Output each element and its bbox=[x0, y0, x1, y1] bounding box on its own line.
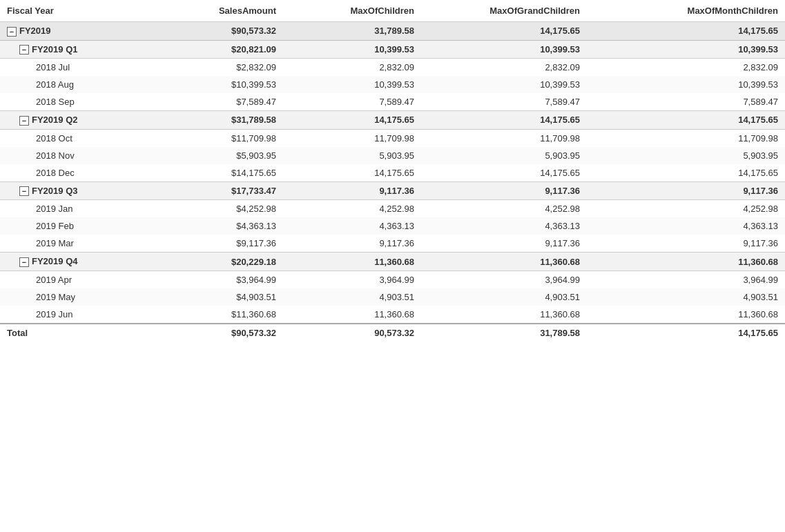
max-children: 5,903.95 bbox=[283, 147, 421, 164]
max-children: 10,399.53 bbox=[283, 76, 421, 93]
quarter-label-text: FY2019 Q4 bbox=[32, 256, 78, 266]
max-children: 31,789.58 bbox=[283, 22, 421, 41]
quarter-label: −FY2019 Q3 bbox=[0, 181, 145, 200]
month-label: 2018 Aug bbox=[0, 76, 145, 93]
month-label: 2019 Jun bbox=[0, 306, 145, 324]
sales-amount: $10,399.53 bbox=[145, 76, 283, 93]
max-children: 14,175.65 bbox=[283, 164, 421, 182]
month-label: 2018 Nov bbox=[0, 147, 145, 164]
expand-icon[interactable]: − bbox=[19, 116, 29, 126]
max-children: 3,964.99 bbox=[283, 270, 421, 288]
max-month-children: 5,903.95 bbox=[587, 147, 785, 164]
sales-amount: $20,821.09 bbox=[145, 40, 283, 59]
table-row: −FY2019 Q3 $17,733.47 9,117.36 9,117.36 … bbox=[0, 181, 785, 200]
max-grand-children: 9,117.36 bbox=[421, 181, 587, 200]
max-grand-children: 4,903.51 bbox=[421, 288, 587, 306]
table-row: 2018 Jul $2,832.09 2,832.09 2,832.09 2,8… bbox=[0, 59, 785, 77]
fy-label: FY2019 bbox=[19, 26, 51, 36]
total-label: Total bbox=[0, 324, 145, 342]
header-row: Fiscal Year SalesAmount MaxOfChildren Ma… bbox=[0, 0, 785, 22]
max-month-children: 9,117.36 bbox=[587, 181, 785, 200]
max-grand-children: 7,589.47 bbox=[421, 93, 587, 111]
max-month-children: 9,117.36 bbox=[587, 235, 785, 253]
header-sales-amount: SalesAmount bbox=[145, 0, 283, 22]
table-row: 2019 May $4,903.51 4,903.51 4,903.51 4,9… bbox=[0, 288, 785, 306]
main-table-container: Fiscal Year SalesAmount MaxOfChildren Ma… bbox=[0, 0, 785, 342]
max-grand-children: 4,363.13 bbox=[421, 217, 587, 235]
table-row: 2018 Sep $7,589.47 7,589.47 7,589.47 7,5… bbox=[0, 93, 785, 111]
month-label: 2018 Oct bbox=[0, 129, 145, 147]
max-month-children: 14,175.65 bbox=[587, 22, 785, 41]
max-month-children: 14,175.65 bbox=[587, 324, 785, 342]
table-row: −FY2019 $90,573.32 31,789.58 14,175.65 1… bbox=[0, 22, 785, 41]
expand-icon[interactable]: − bbox=[7, 27, 17, 37]
sales-amount: $5,903.95 bbox=[145, 147, 283, 164]
max-children: 4,252.98 bbox=[283, 200, 421, 218]
max-month-children: 2,832.09 bbox=[587, 59, 785, 77]
max-month-children: 11,360.68 bbox=[587, 253, 785, 271]
month-label: 2019 Feb bbox=[0, 217, 145, 235]
max-children: 9,117.36 bbox=[283, 235, 421, 253]
expand-icon[interactable]: − bbox=[19, 186, 29, 196]
month-label: 2019 May bbox=[0, 288, 145, 306]
max-month-children: 10,399.53 bbox=[587, 76, 785, 93]
max-month-children: 7,589.47 bbox=[587, 93, 785, 111]
max-children: 10,399.53 bbox=[283, 40, 421, 59]
sales-amount: $9,117.36 bbox=[145, 235, 283, 253]
sales-amount: $11,709.98 bbox=[145, 129, 283, 147]
quarter-label-text: FY2019 Q1 bbox=[32, 44, 78, 55]
max-children: 7,589.47 bbox=[283, 93, 421, 111]
max-grand-children: 31,789.58 bbox=[421, 324, 587, 342]
sales-amount: $4,903.51 bbox=[145, 288, 283, 306]
month-label: 2019 Apr bbox=[0, 270, 145, 288]
month-label: 2018 Sep bbox=[0, 93, 145, 111]
max-children: 90,573.32 bbox=[283, 324, 421, 342]
table-row: 2018 Nov $5,903.95 5,903.95 5,903.95 5,9… bbox=[0, 147, 785, 164]
max-grand-children: 9,117.36 bbox=[421, 235, 587, 253]
table-row: −FY2019 Q4 $20,229.18 11,360.68 11,360.6… bbox=[0, 253, 785, 271]
sales-amount: $4,363.13 bbox=[145, 217, 283, 235]
table-row: 2019 Apr $3,964.99 3,964.99 3,964.99 3,9… bbox=[0, 270, 785, 288]
max-month-children: 11,709.98 bbox=[587, 129, 785, 147]
max-children: 14,175.65 bbox=[283, 111, 421, 130]
quarter-label: −FY2019 Q4 bbox=[0, 253, 145, 271]
table-row: 2018 Aug $10,399.53 10,399.53 10,399.53 … bbox=[0, 76, 785, 93]
max-grand-children: 14,175.65 bbox=[421, 22, 587, 41]
sales-amount: $7,589.47 bbox=[145, 93, 283, 111]
expand-icon[interactable]: − bbox=[19, 257, 29, 267]
header-max-grand-children: MaxOfGrandChildren bbox=[421, 0, 587, 22]
max-month-children: 4,363.13 bbox=[587, 217, 785, 235]
quarter-label-text: FY2019 Q3 bbox=[32, 186, 78, 196]
max-grand-children: 11,709.98 bbox=[421, 129, 587, 147]
sales-amount: $31,789.58 bbox=[145, 111, 283, 130]
month-label: 2018 Jul bbox=[0, 59, 145, 77]
max-grand-children: 5,903.95 bbox=[421, 147, 587, 164]
max-grand-children: 4,252.98 bbox=[421, 200, 587, 218]
quarter-label: −FY2019 Q2 bbox=[0, 111, 145, 130]
max-month-children: 14,175.65 bbox=[587, 111, 785, 130]
max-grand-children: 3,964.99 bbox=[421, 270, 587, 288]
max-children: 4,363.13 bbox=[283, 217, 421, 235]
table-row: 2018 Dec $14,175.65 14,175.65 14,175.65 … bbox=[0, 164, 785, 182]
max-grand-children: 14,175.65 bbox=[421, 164, 587, 182]
sales-amount: $4,252.98 bbox=[145, 200, 283, 218]
max-children: 2,832.09 bbox=[283, 59, 421, 77]
table-row: Total $90,573.32 90,573.32 31,789.58 14,… bbox=[0, 324, 785, 342]
max-children: 11,709.98 bbox=[283, 129, 421, 147]
sales-amount: $11,360.68 bbox=[145, 306, 283, 324]
max-grand-children: 14,175.65 bbox=[421, 111, 587, 130]
header-max-month-children: MaxOfMonthChildren bbox=[587, 0, 785, 22]
max-grand-children: 10,399.53 bbox=[421, 40, 587, 59]
sales-amount: $20,229.18 bbox=[145, 253, 283, 271]
max-children: 9,117.36 bbox=[283, 181, 421, 200]
max-month-children: 3,964.99 bbox=[587, 270, 785, 288]
expand-icon[interactable]: − bbox=[19, 45, 29, 55]
max-month-children: 14,175.65 bbox=[587, 164, 785, 182]
quarter-label: −FY2019 Q1 bbox=[0, 40, 145, 59]
month-label: 2019 Jan bbox=[0, 200, 145, 218]
sales-amount: $90,573.32 bbox=[145, 324, 283, 342]
max-month-children: 4,252.98 bbox=[587, 200, 785, 218]
table-row: −FY2019 Q1 $20,821.09 10,399.53 10,399.5… bbox=[0, 40, 785, 59]
max-grand-children: 10,399.53 bbox=[421, 76, 587, 93]
table-row: 2019 Mar $9,117.36 9,117.36 9,117.36 9,1… bbox=[0, 235, 785, 253]
